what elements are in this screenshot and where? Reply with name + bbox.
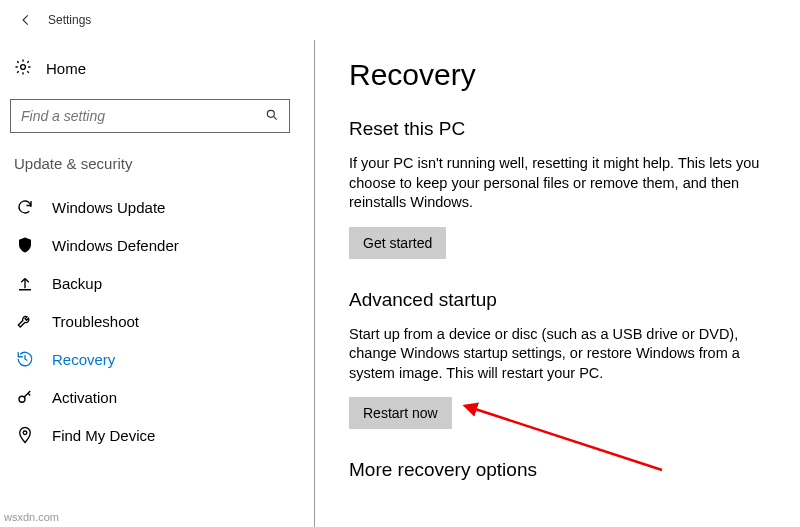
home-label: Home — [46, 60, 86, 77]
svg-point-0 — [21, 65, 26, 70]
nav-label: Recovery — [52, 351, 115, 368]
header-title: Settings — [48, 13, 91, 27]
gear-icon — [14, 58, 32, 79]
nav-label: Troubleshoot — [52, 313, 139, 330]
nav-label: Find My Device — [52, 427, 155, 444]
search-icon — [265, 108, 279, 125]
key-icon — [16, 388, 34, 406]
sidebar-item-find-my-device[interactable]: Find My Device — [10, 416, 290, 454]
sidebar-item-recovery[interactable]: Recovery — [10, 340, 290, 378]
sidebar-item-activation[interactable]: Activation — [10, 378, 290, 416]
svg-point-1 — [267, 110, 274, 117]
svg-point-2 — [19, 396, 25, 402]
content-pane: Recovery Reset this PC If your PC isn't … — [314, 40, 800, 527]
location-icon — [16, 426, 34, 444]
restart-now-button[interactable]: Restart now — [349, 397, 452, 429]
backup-icon — [16, 274, 34, 292]
watermark: wsxdn.com — [4, 511, 59, 523]
nav-label: Windows Defender — [52, 237, 179, 254]
reset-heading: Reset this PC — [349, 118, 766, 140]
reset-description: If your PC isn't running well, resetting… — [349, 154, 766, 213]
sidebar-item-backup[interactable]: Backup — [10, 264, 290, 302]
nav-label: Activation — [52, 389, 117, 406]
sidebar-item-windows-update[interactable]: Windows Update — [10, 188, 290, 226]
home-button[interactable]: Home — [10, 52, 290, 85]
sync-icon — [16, 198, 34, 216]
nav-label: Windows Update — [52, 199, 165, 216]
window-header: Settings — [0, 0, 800, 40]
advanced-startup-description: Start up from a device or disc (such as … — [349, 325, 766, 384]
get-started-button[interactable]: Get started — [349, 227, 446, 259]
svg-point-3 — [23, 431, 27, 435]
sidebar-section-title: Update & security — [10, 153, 290, 174]
advanced-startup-heading: Advanced startup — [349, 289, 766, 311]
history-icon — [16, 350, 34, 368]
nav-label: Backup — [52, 275, 102, 292]
back-icon[interactable] — [18, 12, 34, 28]
wrench-icon — [16, 312, 34, 330]
page-title: Recovery — [349, 58, 766, 92]
sidebar: Home Update & security Windows Update Wi… — [0, 40, 300, 527]
search-box[interactable] — [10, 99, 290, 133]
shield-icon — [16, 236, 34, 254]
more-recovery-heading: More recovery options — [349, 459, 766, 481]
search-input[interactable] — [21, 108, 265, 124]
sidebar-item-troubleshoot[interactable]: Troubleshoot — [10, 302, 290, 340]
sidebar-item-windows-defender[interactable]: Windows Defender — [10, 226, 290, 264]
